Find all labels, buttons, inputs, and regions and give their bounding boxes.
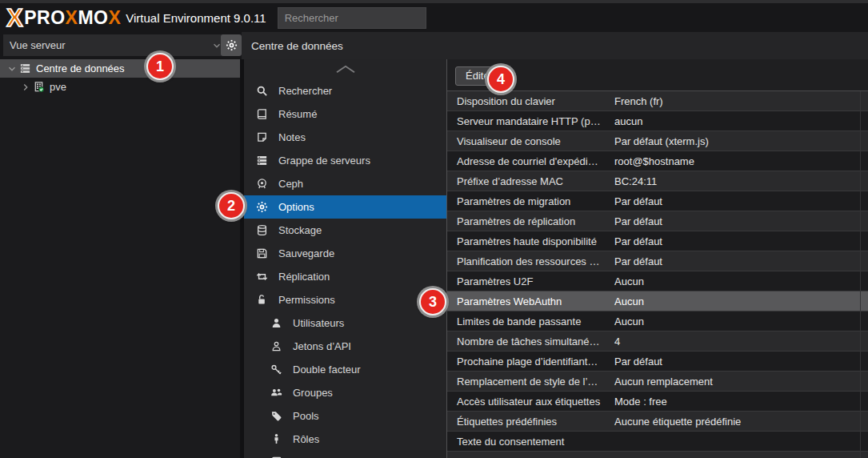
sidebar-item-ceph[interactable]: Ceph: [244, 172, 446, 195]
options-row-limites-de-bande-passante[interactable]: Limites de bande passanteAucun: [447, 311, 868, 331]
sidebar-item-label: Stockage: [278, 224, 322, 236]
user-o-icon: [270, 340, 283, 352]
option-name: Paramètres haute disponibilité: [447, 235, 614, 247]
option-value: Par défaut: [614, 356, 868, 368]
option-value: Aucune étiquette prédéfinie: [614, 416, 868, 428]
sidebar-item-label: Rechercher: [278, 85, 332, 97]
sidebar-item-groupes[interactable]: Groupes: [244, 381, 446, 404]
book-icon: [255, 108, 269, 120]
option-value: Aucun: [614, 295, 868, 307]
option-name: Préfixe d’adresse MAC: [447, 175, 614, 187]
sidebar-item-address-book[interactable]: [244, 451, 446, 458]
options-row-disposition-du-clavier[interactable]: Disposition du clavierFrench (fr): [447, 91, 868, 111]
chevron-down-icon[interactable]: [6, 63, 18, 74]
logo-x-icon: X: [6, 6, 23, 30]
user-icon: [270, 317, 283, 329]
topbar: X PRO X MO X Virtual Environment 9.0.11: [0, 3, 868, 32]
view-mode-label: Vue serveur: [10, 39, 211, 51]
options-row-acces-utilisateur-aux-etiquettes[interactable]: Accès utilisateur aux étiquettesMode : f…: [447, 392, 868, 412]
sidebar-item-options[interactable]: Options: [244, 195, 446, 219]
sidebar-item-notes[interactable]: Notes: [244, 126, 446, 149]
note-icon: [255, 131, 269, 143]
options-row-remplacement-de-style-de-l[interactable]: Remplacement de style de l’…Aucun rempla…: [447, 372, 868, 392]
option-value: Par défaut: [614, 215, 868, 227]
option-name: Étiquettes prédéfinies: [447, 416, 614, 428]
key-icon: [270, 364, 283, 376]
sidebar-item-label: Pools: [293, 410, 319, 422]
floppy-icon: [255, 247, 269, 259]
search-input[interactable]: [278, 7, 426, 29]
main-area: Centre de donnéespve RechercherRésuméNot…: [0, 59, 868, 458]
sidebar-item-label: Options: [278, 201, 314, 213]
sidebar-item-label: Double facteur: [293, 364, 361, 376]
sidebar-item-double-facteur[interactable]: Double facteur: [244, 358, 446, 381]
option-value: 4: [614, 335, 868, 348]
proxmox-logo: X PRO X MO X: [6, 6, 121, 30]
options-row-parametres-de-migration[interactable]: Paramètres de migrationPar défaut: [447, 191, 868, 211]
option-value: root@$hostname: [614, 155, 868, 167]
gear-icon: [226, 39, 238, 51]
annotation-badge-3: 3: [419, 288, 446, 315]
chevron-right-icon[interactable]: [20, 82, 31, 93]
options-row-parametres-u2f[interactable]: Paramètres U2FAucun: [447, 271, 868, 291]
sidebar-item-roles[interactable]: Rôles: [244, 428, 446, 451]
sidebar-item-replication[interactable]: Réplication: [244, 265, 446, 288]
sidebar-item-stockage[interactable]: Stockage: [244, 219, 446, 242]
options-row-parametres-de-replication[interactable]: Paramètres de réplicationPar défaut: [447, 211, 868, 231]
option-value: French (fr): [614, 95, 868, 107]
options-row-parametres-haute-disponibilite[interactable]: Paramètres haute disponibilitéPar défaut: [447, 231, 868, 251]
option-value: Aucun remplacement: [614, 376, 868, 388]
option-name: Accès utilisateur aux étiquettes: [447, 396, 614, 408]
sidebar-item-jetons-d-api[interactable]: Jetons d’API: [244, 335, 446, 358]
proxmox-app: X PRO X MO X Virtual Environment 9.0.11 …: [0, 0, 868, 458]
breadcrumb: Centre de données: [242, 32, 868, 60]
sidebar-item-resume[interactable]: Résumé: [244, 102, 446, 126]
option-name: Remplacement de style de l’…: [447, 376, 614, 388]
sidebar-item-label: Sauvegarde: [278, 247, 334, 259]
view-mode-select[interactable]: Vue serveur: [3, 34, 229, 56]
option-value: Par défaut: [614, 235, 868, 247]
person-icon: [270, 433, 283, 445]
tree-settings-button[interactable]: [221, 34, 242, 56]
options-row-nombre-de-taches-simultane[interactable]: Nombre de tâches simultané…4: [447, 331, 868, 352]
option-value: Aucun: [614, 275, 868, 287]
column-divider: [860, 91, 861, 458]
option-value: Aucun: [614, 315, 868, 327]
option-name: Prochaine plage d’identifiant…: [447, 356, 614, 368]
options-row-etiquettes-predefinies[interactable]: Étiquettes prédéfiniesAucune étiquette p…: [447, 412, 868, 432]
option-name: Nombre de tâches simultané…: [447, 335, 614, 348]
logo-text: PRO: [24, 7, 65, 29]
unlock-icon: [255, 294, 269, 306]
options-row-serveur-mandataire-http-p[interactable]: Serveur mandataire HTTP (p…aucun: [447, 111, 868, 131]
option-name: Disposition du clavier: [447, 95, 614, 107]
sidebar-item-grappe-de-serveurs[interactable]: Grappe de serveurs: [244, 149, 446, 172]
options-row-prefixe-d-adresse-mac[interactable]: Préfixe d’adresse MACBC:24:11: [447, 171, 868, 191]
datacenter-icon: [19, 62, 31, 74]
sidebar-item-rechercher[interactable]: Rechercher: [244, 79, 446, 102]
option-value: Mode : free: [614, 396, 868, 408]
annotation-badge-4: 4: [487, 66, 514, 93]
options-row-prochaine-plage-d-identifiant[interactable]: Prochaine plage d’identifiant…Par défaut: [447, 352, 868, 372]
options-row-parametres-webauthn[interactable]: Paramètres WebAuthnAucun: [447, 291, 868, 311]
gear-icon: [255, 201, 269, 213]
scroll-up-indicator[interactable]: [244, 59, 446, 79]
option-name: Paramètres U2F: [447, 275, 614, 287]
tree-item-pve[interactable]: pve: [0, 78, 240, 96]
retweet-icon: [255, 271, 269, 283]
options-row-adresse-de-courriel-d-expedi[interactable]: Adresse de courriel d'expédi…root@$hostn…: [447, 151, 868, 171]
sidebar-item-permissions[interactable]: Permissions: [244, 288, 446, 311]
node-icon: [33, 81, 45, 93]
database-icon: [255, 224, 269, 236]
sidebar-item-label: Notes: [278, 131, 306, 143]
option-name: Paramètres WebAuthn: [447, 295, 614, 307]
tree-item-centre-de-donnees[interactable]: Centre de données: [0, 59, 240, 78]
users-icon: [270, 387, 283, 399]
options-row-texte-du-consentement[interactable]: Texte du consentement: [447, 432, 868, 452]
sidebar-item-pools[interactable]: Pools: [244, 404, 446, 428]
sidebar-item-sauvegarde[interactable]: Sauvegarde: [244, 242, 446, 265]
sidebar-item-label: Réplication: [278, 271, 330, 283]
options-row-visualiseur-de-console[interactable]: Visualiseur de consolePar défaut (xterm.…: [447, 131, 868, 151]
option-value: aucun: [614, 115, 868, 127]
sidebar-item-utilisateurs[interactable]: Utilisateurs: [244, 311, 446, 335]
options-row-planification-des-ressources[interactable]: Planification des ressources …Par défaut: [447, 251, 868, 271]
